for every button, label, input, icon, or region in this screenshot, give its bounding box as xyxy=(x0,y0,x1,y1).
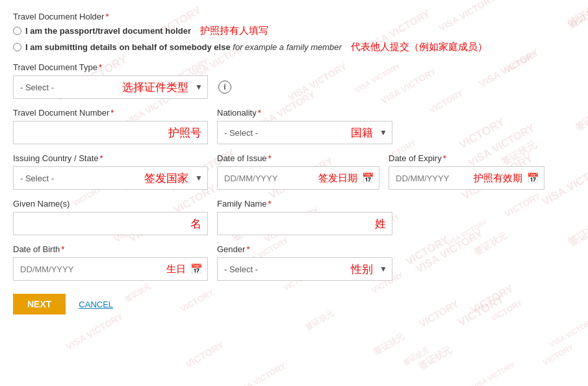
col-family-name: Family Name* 姓 xyxy=(217,199,392,235)
row-names: Given Name(s) 名 Family Name* 姓 xyxy=(13,199,575,235)
date-of-birth-label: Date of Birth* xyxy=(13,244,208,254)
row-issue-expiry: Issuing Country / State* - Select - 签发国家… xyxy=(13,153,575,190)
given-names-input-wrapper: 名 xyxy=(13,212,208,235)
doc-number-input[interactable] xyxy=(13,121,208,144)
radio-other[interactable] xyxy=(13,43,21,51)
button-row: NEXT CANCEL xyxy=(13,294,575,315)
col-date-of-issue: Date of Issue* 签发日期 📅 xyxy=(217,153,379,190)
date-of-expiry-wrapper: 护照有效期 📅 xyxy=(389,166,544,190)
gender-select[interactable]: - Select - xyxy=(217,257,392,281)
date-of-expiry-input[interactable] xyxy=(389,166,544,190)
next-button[interactable]: NEXT xyxy=(13,294,66,315)
col-given-names: Given Name(s) 名 xyxy=(13,199,208,235)
col-gender: Gender* - Select - 性别 ▼ xyxy=(217,244,392,281)
date-of-issue-input[interactable] xyxy=(217,166,379,190)
nationality-select[interactable]: - Select - xyxy=(217,121,392,144)
nationality-label: Nationality* xyxy=(217,108,392,118)
issuing-country-select[interactable]: - Select - xyxy=(13,166,208,190)
gender-label: Gender* xyxy=(217,244,392,254)
cn-hint-other: 代表他人提交（例如家庭成员） xyxy=(351,41,487,52)
radio-group-holder: I am the passport/travel document holder… xyxy=(13,25,575,53)
given-names-label: Given Name(s) xyxy=(13,199,208,209)
doc-number-input-wrapper: 护照号 xyxy=(13,121,208,144)
col-date-of-expiry: Date of Expiry* 护照有效期 📅 xyxy=(389,153,544,190)
family-name-input[interactable] xyxy=(217,212,392,235)
radio-self[interactable] xyxy=(13,27,21,35)
col-date-of-birth: Date of Birth* 生日 📅 xyxy=(13,244,208,281)
doc-number-label: Travel Document Number* xyxy=(13,108,208,118)
family-name-label: Family Name* xyxy=(217,199,392,209)
doc-type-label: Travel Document Type* xyxy=(13,62,575,72)
radio-self-label[interactable]: I am the passport/travel document holder… xyxy=(25,25,268,37)
date-of-expiry-label: Date of Expiry* xyxy=(389,153,544,163)
gender-select-wrapper: - Select - 性别 ▼ xyxy=(217,257,392,281)
given-names-input[interactable] xyxy=(13,212,208,235)
issuing-country-label: Issuing Country / State* xyxy=(13,153,208,163)
required-indicator: * xyxy=(105,12,109,21)
radio-other-label[interactable]: I am submitting details on behalf of som… xyxy=(25,41,487,53)
nationality-select-wrapper: - Select - 国籍 ▼ xyxy=(217,121,392,144)
radio-row-self: I am the passport/travel document holder… xyxy=(13,25,575,37)
col-doc-number: Travel Document Number* 护照号 xyxy=(13,108,208,144)
row-docnum-nationality: Travel Document Number* 护照号 Nationality*… xyxy=(13,108,575,144)
date-of-issue-label: Date of Issue* xyxy=(217,153,379,163)
issuing-country-select-wrapper: - Select - 签发国家 ▼ xyxy=(13,166,208,190)
col-issuing-country: Issuing Country / State* - Select - 签发国家… xyxy=(13,153,208,190)
date-of-birth-wrapper: 生日 📅 xyxy=(13,257,208,281)
doc-type-select-wrapper: - Select - 选择证件类型 ▼ xyxy=(13,75,208,99)
date-of-issue-wrapper: 签发日期 📅 xyxy=(217,166,379,190)
doc-type-select[interactable]: - Select - xyxy=(13,75,208,99)
row-dob-gender: Date of Birth* 生日 📅 Gender* - Select - 性… xyxy=(13,244,575,281)
cancel-button[interactable]: CANCEL xyxy=(79,300,113,309)
family-name-input-wrapper: 姓 xyxy=(217,212,392,235)
form-container: Travel Document Holder* I am the passpor… xyxy=(0,0,588,328)
info-icon[interactable]: i xyxy=(218,81,231,94)
date-of-birth-input[interactable] xyxy=(13,257,208,281)
col-nationality: Nationality* - Select - 国籍 ▼ xyxy=(217,108,392,144)
section-holder-label: Travel Document Holder* xyxy=(13,12,575,21)
section-doc-type: Travel Document Type* - Select - 选择证件类型 … xyxy=(13,62,575,99)
radio-row-other: I am submitting details on behalf of som… xyxy=(13,41,575,53)
section-travel-document-holder: Travel Document Holder* I am the passpor… xyxy=(13,12,575,53)
cn-hint-self: 护照持有人填写 xyxy=(200,25,268,36)
